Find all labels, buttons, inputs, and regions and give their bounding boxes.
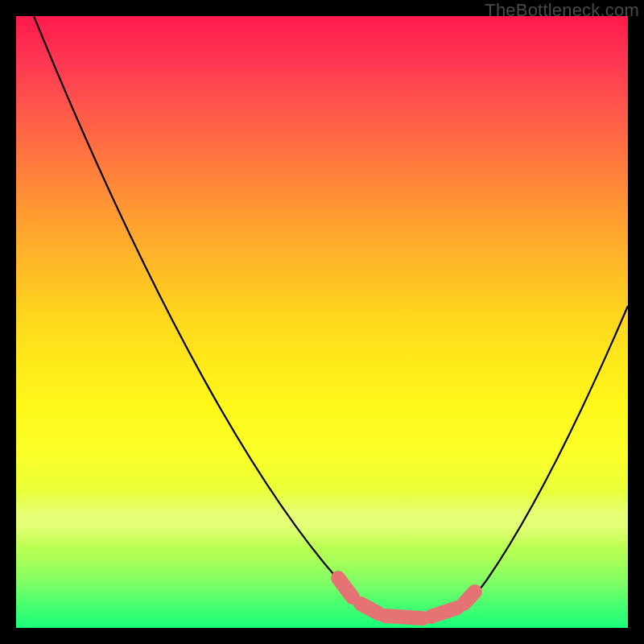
watermark-text: TheBottleneck.com — [485, 0, 639, 21]
chart-frame: TheBottleneck.com — [0, 0, 644, 644]
chart-plot-area — [16, 16, 628, 628]
